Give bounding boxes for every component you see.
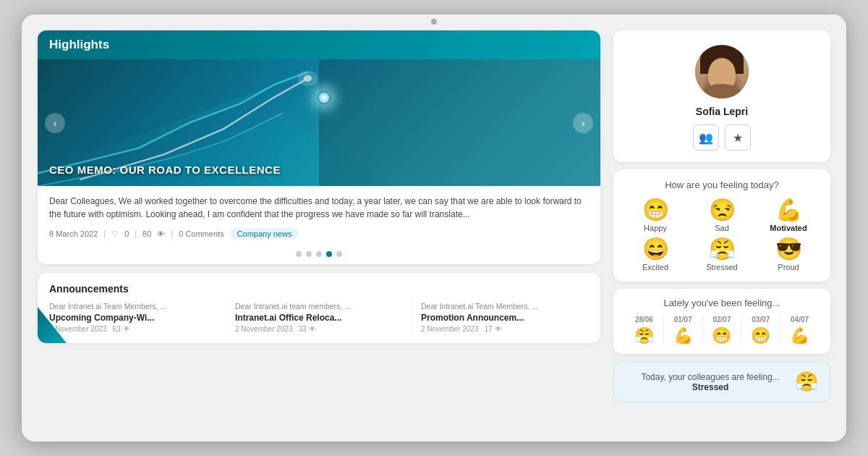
hero-image-container: ‹ › CEO MEMO: OUR ROAD TO EXCELLENCE [38,59,600,186]
ann-teaser: Dear Intranet.ai Team Members, ... [49,302,217,311]
motivated-emoji: 💪 [775,199,802,221]
carousel-prev-button[interactable]: ‹ [45,113,65,133]
ann-title: Promotion Announcem... [421,313,589,323]
list-item[interactable]: Dear Intranet.ai team members, ... Intra… [235,302,412,333]
device-notch [431,19,437,25]
avatar-body [704,84,740,98]
star-icon: ★ [733,131,743,145]
sad-label: Sad [715,224,729,232]
dot-2[interactable] [306,251,312,257]
lately-emoji-3: 😁 [712,326,731,345]
happy-emoji: 😁 [642,199,669,221]
lately-item-2: 01/07 💪 [664,316,703,345]
excited-emoji: 😄 [642,238,669,260]
ann-date: 2 November 2023 [421,325,479,333]
dot-1[interactable] [296,251,302,257]
motivated-label: Motivated [770,224,807,232]
feeling-grid: 😁 Happy 😒 Sad 💪 Motivated 😄 Excited [625,199,819,271]
feeling-stressed[interactable]: 😤 Stressed [692,238,752,271]
star-button[interactable]: ★ [725,124,751,151]
ann-title: Upcoming Company-Wi... [49,313,217,323]
highlights-body: Dear Colleagues, We all worked together … [38,186,600,245]
lately-emoji-4: 😁 [751,326,770,345]
ann-date: 2 November 2023 [235,325,293,333]
feeling-card: How are you feeling today? 😁 Happy 😒 Sad… [613,169,830,282]
carousel-next-button[interactable]: › [573,113,593,133]
meta-separator-1: | [103,229,106,238]
lately-item-1: 28/06 😤 [625,316,664,345]
feeling-happy[interactable]: 😁 Happy [625,199,686,232]
lately-date-3: 02/07 [712,316,731,324]
sad-emoji: 😒 [709,199,736,221]
highlights-likes: 0 [124,229,129,238]
stressed-emoji: 😤 [709,238,736,260]
excited-label: Excited [642,263,668,271]
highlights-meta: 8 March 2022 | ♡ 0 | 80 👁 | 0 Comments C… [49,228,589,240]
highlights-date: 8 March 2022 [49,229,98,238]
left-column: Highlights [38,30,600,428]
highlights-tag[interactable]: Company news [230,228,299,240]
views-icon: 👁 [157,229,165,238]
lately-item-5: 04/07 💪 [780,316,819,345]
proud-label: Proud [778,263,799,271]
ann-meta: 2 November 2023 63 👁 [49,325,217,333]
feeling-motivated[interactable]: 💪 Motivated [758,199,819,232]
stressed-label: Stressed [706,263,737,271]
feeling-sad[interactable]: 😒 Sad [692,199,752,232]
highlights-header: Highlights [38,30,600,59]
svg-point-3 [297,71,318,86]
people-button[interactable]: 👥 [693,124,719,151]
ann-meta: 2 November 2023 17 👁 [421,325,589,333]
ann-teaser: Dear Intranet.ai Team Members, ... [421,302,589,311]
dot-3[interactable] [316,251,322,257]
ann-date: 2 November 2023 [49,325,107,333]
hand-overlay [319,59,600,186]
profile-card: Sofia Lepri 👥 ★ [613,30,830,162]
highlights-text: Dear Colleagues, We all worked together … [49,195,589,221]
lately-date-5: 04/07 [791,316,809,324]
feeling-proud[interactable]: 😎 Proud [758,238,819,271]
ann-teaser: Dear Intranet.ai team members, ... [235,302,403,311]
ann-views: 17 👁 [485,325,502,333]
views-icon: 👁 [123,325,130,333]
ann-meta: 2 November 2023 33 👁 [235,325,403,333]
lately-item-4: 03/07 😁 [741,316,780,345]
feeling-excited[interactable]: 😄 Excited [625,238,686,271]
colleagues-feeling: Stressed [626,382,795,392]
feeling-title: How are you feeling today? [625,180,819,190]
happy-label: Happy [644,224,667,232]
ann-views: 63 👁 [113,325,130,333]
lately-emoji-1: 😤 [634,326,654,345]
lately-date-1: 28/06 [635,316,653,324]
colleagues-card: Today, your colleagues are feeling... St… [613,361,830,402]
list-item[interactable]: Dear Intranet.ai Team Members, ... Upcom… [49,302,226,333]
highlights-views: 80 [142,229,151,238]
dot-4[interactable] [326,251,332,257]
colleagues-emoji: 😤 [795,371,818,393]
announcements-grid: Dear Intranet.ai Team Members, ... Upcom… [49,302,589,333]
ann-title: Intranet.ai Office Reloca... [235,313,403,323]
lately-date-4: 03/07 [752,316,770,324]
avatar-inner [695,45,749,98]
carousel-dots [38,245,600,264]
profile-name: Sofia Lepri [696,106,748,117]
list-item[interactable]: Dear Intranet.ai Team Members, ... Promo… [421,302,589,333]
highlights-comments: 0 Comments [179,229,224,238]
meta-separator-3: | [171,229,173,238]
lately-date-2: 01/07 [674,316,692,324]
colleagues-label: Today, your colleagues are feeling... [641,372,779,382]
main-layout: Highlights [38,30,830,428]
dot-5[interactable] [336,251,342,257]
ann-views: 33 👁 [299,325,316,333]
lately-title: Lately you've been feeling... [625,297,819,308]
lately-card: Lately you've been feeling... 28/06 😤 01… [613,289,830,354]
like-icon[interactable]: ♡ [111,229,119,239]
announcements-title: Announcements [49,283,589,295]
announcements-card: Announcements Dear Intranet.ai Team Memb… [38,273,600,343]
device-frame: Highlights [22,14,846,442]
proud-emoji: 😎 [775,238,802,260]
lately-emoji-5: 💪 [790,326,809,345]
avatar [695,45,749,98]
views-icon: 👁 [309,325,316,333]
right-column: Sofia Lepri 👥 ★ How are you feeling toda… [613,30,830,428]
